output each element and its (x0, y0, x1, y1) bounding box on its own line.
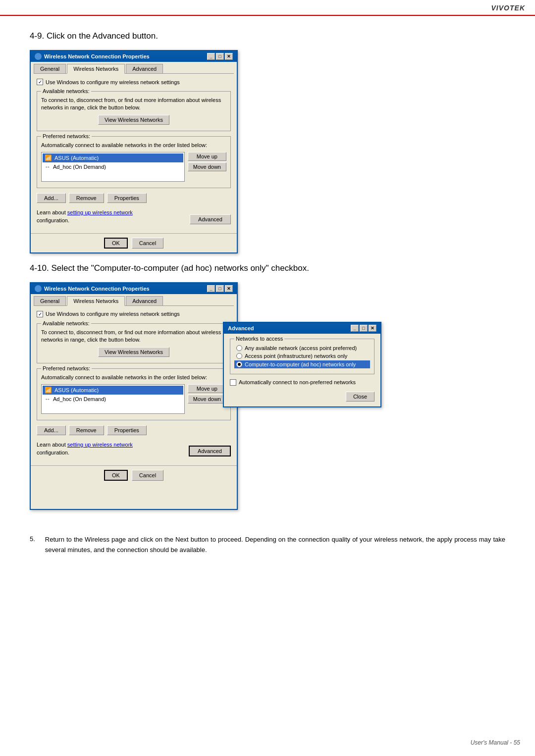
learn-link-410[interactable]: setting up wireless network (67, 442, 133, 448)
dialog-title-text: Wireless Network Connection Properties (44, 53, 150, 59)
network-list[interactable]: 📶 ASUS (Automatic) ↔ Ad_hoc (On Demand) (41, 152, 185, 182)
section-410: 4-10. Select the "Computer-to-computer (… (30, 263, 505, 520)
radio-option-3[interactable] (236, 361, 242, 367)
use-windows-checkbox[interactable] (37, 79, 43, 85)
move-down-button-410[interactable]: Move down (188, 395, 226, 403)
close-button-410[interactable]: ✕ (225, 285, 233, 292)
dialog-title-left: Wireless Network Connection Properties (35, 53, 150, 60)
move-buttons-410: Move up Move down (188, 384, 226, 403)
advanced-button-410[interactable]: Advanced (189, 446, 231, 456)
tab-general-410[interactable]: General (34, 296, 66, 305)
network-row-410: 📶 ASUS (Automatic) ↔ Ad_hoc (On Demand) (41, 384, 226, 417)
preferred-networks-content: Automatically connect to available netwo… (41, 142, 226, 185)
ok-cancel-row-49: OK Cancel (31, 233, 237, 252)
network-name-adhoc-410: Ad_hoc (On Demand) (53, 396, 106, 402)
use-windows-row-410: Use Windows to configure my wireless net… (37, 311, 231, 317)
auto-connect-checkbox[interactable] (230, 379, 236, 386)
tab-general[interactable]: General (34, 64, 66, 73)
advanced-dialog-title-text: Advanced (228, 325, 254, 331)
move-up-button[interactable]: Move up (188, 152, 226, 161)
learn-text-part2-410: configuration. (37, 450, 69, 455)
auto-connect-row: Automatically connect to non-preferred n… (230, 379, 374, 386)
network-row: 📶 ASUS (Automatic) ↔ Ad_hoc (On Demand) … (41, 152, 226, 185)
dialog-title-bar-49: Wireless Network Connection Properties _… (31, 51, 237, 62)
close-btn-container: Close (230, 392, 374, 402)
ok-button-49[interactable]: OK (104, 238, 128, 249)
networks-to-access-title: Networks to access (234, 336, 284, 342)
learn-link[interactable]: setting up wireless network (67, 209, 133, 215)
radio-row-2[interactable]: Access point (infrastructure) networks o… (234, 352, 370, 360)
move-buttons: Move up Move down (188, 152, 226, 171)
minimize-button[interactable]: _ (207, 53, 215, 60)
dialog-controls-410[interactable]: _ □ ✕ (207, 285, 233, 292)
step-49-heading: 4-9. Click on the Advanced button. (30, 31, 505, 41)
radio-label-1: Any available network (access point pref… (245, 345, 357, 351)
wifi-icon-410: 📶 (45, 387, 52, 394)
dialog-body-49: Use Windows to configure my wireless net… (31, 74, 237, 231)
preferred-networks-title-410: Preferred networks: (41, 365, 92, 371)
radio-option-2[interactable] (236, 353, 242, 359)
radio-group: Any available network (access point pref… (234, 342, 370, 371)
remove-button[interactable]: Remove (69, 193, 104, 203)
close-button-adv[interactable]: ✕ (369, 325, 376, 332)
dialog-title-bar-410: Wireless Network Connection Properties _… (31, 283, 237, 294)
maximize-button-410[interactable]: □ (216, 285, 224, 292)
close-button-advanced[interactable]: Close (346, 392, 374, 402)
list-item[interactable]: 📶 ASUS (Automatic) (43, 386, 183, 395)
remove-button-410[interactable]: Remove (69, 425, 104, 435)
main-content: 4-9. Click on the Advanced button. Wirel… (0, 16, 535, 570)
step-410-heading: 4-10. Select the "Computer-to-computer (… (30, 263, 505, 273)
footer-row-410: Learn about setting up wireless network … (37, 439, 231, 458)
available-networks-content: To connect to, disconnect from, or find … (41, 97, 226, 125)
radio-row-1[interactable]: Any available network (access point pref… (234, 344, 370, 352)
cancel-button-49[interactable]: Cancel (132, 238, 163, 249)
advanced-dialog-body: Networks to access Any available network… (224, 334, 380, 406)
close-button[interactable]: ✕ (225, 53, 233, 60)
properties-button[interactable]: Properties (107, 193, 147, 203)
dialog-app-icon-410 (35, 285, 42, 292)
move-down-button[interactable]: Move down (188, 162, 226, 171)
minimize-button-410[interactable]: _ (207, 285, 215, 292)
view-wireless-button[interactable]: View Wireless Networks (98, 115, 169, 125)
advanced-dialog-controls[interactable]: _ □ ✕ (351, 325, 376, 332)
view-wireless-button-410[interactable]: View Wireless Networks (98, 347, 169, 357)
dialog-controls[interactable]: _ □ ✕ (207, 53, 233, 60)
page-footer: User's Manual - 55 (471, 739, 520, 746)
radio-label-2: Access point (infrastructure) networks o… (245, 353, 347, 359)
move-up-button-410[interactable]: Move up (188, 384, 226, 393)
properties-button-410[interactable]: Properties (107, 425, 147, 435)
advanced-button-49[interactable]: Advanced (190, 214, 231, 224)
wifi-icon: 📶 (45, 154, 52, 161)
cancel-button-410[interactable]: Cancel (132, 470, 163, 481)
available-networks-info-410: To connect to, disconnect from, or find … (41, 329, 226, 344)
dialog-49: Wireless Network Connection Properties _… (30, 50, 238, 253)
network-name-asus: ASUS (Automatic) (54, 155, 99, 161)
list-item[interactable]: ↔ Ad_hoc (On Demand) (43, 162, 183, 171)
tab-wireless-networks[interactable]: Wireless Networks (67, 64, 125, 74)
add-button-410[interactable]: Add... (37, 425, 66, 435)
maximize-button-adv[interactable]: □ (360, 325, 368, 332)
radio-option-1[interactable] (236, 345, 242, 351)
step-5-text: Return to the Wireless page and click on… (45, 535, 505, 555)
networks-to-access-group: Networks to access Any available network… (230, 339, 374, 374)
adhoc-icon: ↔ (45, 163, 51, 170)
tab-wireless-networks-410[interactable]: Wireless Networks (67, 296, 125, 306)
ok-button-410[interactable]: OK (104, 470, 128, 481)
use-windows-checkbox-410[interactable] (37, 311, 43, 317)
maximize-button[interactable]: □ (216, 53, 224, 60)
add-button[interactable]: Add... (37, 193, 66, 203)
tab-advanced-410[interactable]: Advanced (126, 296, 163, 305)
tab-advanced[interactable]: Advanced (126, 64, 163, 73)
use-windows-row: Use Windows to configure my wireless net… (37, 79, 231, 85)
network-list-410[interactable]: 📶 ASUS (Automatic) ↔ Ad_hoc (On Demand) (41, 384, 185, 414)
list-item[interactable]: 📶 ASUS (Automatic) (43, 153, 183, 162)
available-networks-group-410: Available networks: To connect to, disco… (37, 323, 231, 363)
brand-name: VIVOTEK (491, 4, 525, 12)
learn-text-part1-410: Learn about (37, 442, 67, 448)
dialog-title-left-410: Wireless Network Connection Properties (35, 285, 150, 292)
minimize-button-adv[interactable]: _ (351, 325, 359, 332)
radio-row-3[interactable]: Computer-to-computer (ad hoc) networks o… (234, 360, 370, 368)
list-item[interactable]: ↔ Ad_hoc (On Demand) (43, 395, 183, 403)
learn-link-container: Learn about setting up wireless network … (37, 209, 133, 224)
dialog-app-icon (35, 53, 42, 60)
